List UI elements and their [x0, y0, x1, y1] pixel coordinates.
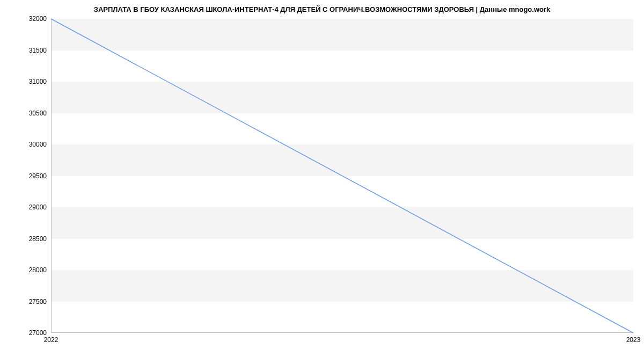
- y-tick-label: 28000: [29, 266, 47, 274]
- chart-title: ЗАРПЛАТА В ГБОУ КАЗАНСКАЯ ШКОЛА-ИНТЕРНАТ…: [0, 0, 644, 18]
- y-tick-label: 29000: [29, 203, 47, 211]
- y-tick-label: 32000: [29, 15, 47, 23]
- x-tick-label: 2023: [626, 336, 641, 344]
- x-tick-label: 2022: [44, 336, 58, 344]
- plot-area: 2700027500280002850029000295003000030500…: [51, 19, 633, 333]
- data-line: [51, 19, 633, 333]
- chart-container: ЗАРПЛАТА В ГБОУ КАЗАНСКАЯ ШКОЛА-ИНТЕРНАТ…: [0, 0, 644, 349]
- y-tick-label: 31000: [29, 78, 47, 85]
- y-tick-label: 28500: [29, 235, 47, 243]
- y-tick-label: 31500: [29, 47, 47, 54]
- y-tick-label: 30500: [29, 110, 47, 117]
- y-tick-label: 30000: [29, 141, 47, 148]
- y-tick-label: 27000: [29, 329, 47, 337]
- y-tick-label: 27500: [29, 298, 47, 306]
- line-svg: [51, 19, 633, 333]
- y-tick-label: 29500: [29, 172, 47, 180]
